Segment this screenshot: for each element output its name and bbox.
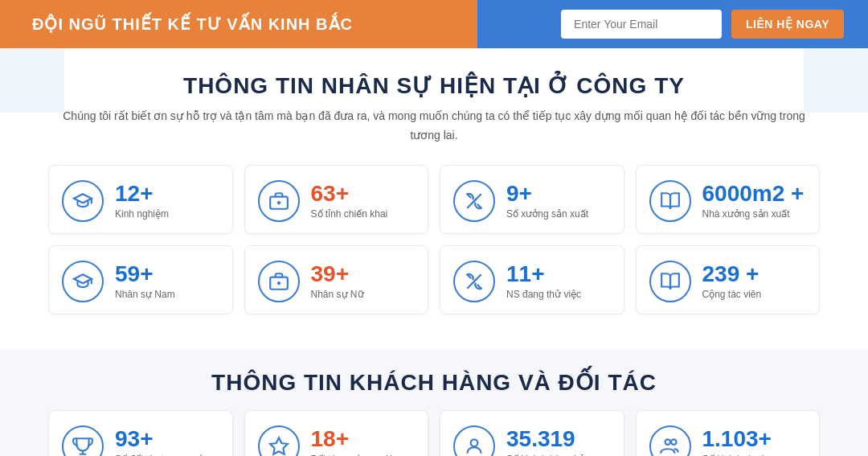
stat-number-nhan-su-nu: 39+ (311, 262, 364, 287)
stat-label-tinh: Số tỉnh chiến khai (311, 208, 388, 220)
trophy-icon (62, 425, 104, 456)
stat-card-nhan-su-nu: 39+ Nhân sự Nữ (244, 245, 429, 314)
stat-number-doi-tac-trong-nuoc: 93+ (115, 427, 208, 452)
tools-icon-2 (453, 261, 495, 302)
stat-card-nha-xuong: 6000m2 + Nhà xưởng sản xuất (636, 165, 821, 234)
stat-label-kinh-nghiem: Kinh nghiệm (115, 208, 169, 220)
stat-card-kinh-nghiem: 12+ Kinh nghiệm (48, 165, 233, 234)
briefcase-icon-2 (258, 261, 300, 302)
stat-number-cong-tac-vien: 239 + (702, 262, 762, 287)
svg-point-15 (671, 439, 677, 445)
stat-card-khach-du-an: 1.103+ Số khách dự án (636, 410, 821, 456)
book-icon (649, 180, 691, 222)
stat-card-thu-viec: 11+ NS đang thử việc (440, 245, 624, 314)
email-input[interactable] (561, 10, 722, 39)
section2-title: THÔNG TIN KHÁCH HÀNG VÀ ĐỐI TÁC (48, 369, 820, 396)
stat-card-tinh: 63+ Số tỉnh chiến khai (244, 165, 429, 234)
stat-card-nhan-su-nam: 59+ Nhân sự Nam (48, 245, 233, 314)
stat-card-cong-tac-vien: 239 + Cộng tác viên (636, 245, 821, 314)
graduation-icon-2 (62, 261, 104, 302)
stat-label-cong-tac-vien: Cộng tác viên (702, 289, 762, 300)
stat-label-nhan-su-nu: Nhân sự Nữ (311, 289, 364, 300)
svg-point-14 (665, 439, 670, 445)
stat-label-nhan-su-nam: Nhân sự Nam (115, 289, 175, 300)
stat-number-kinh-nghiem: 12+ (115, 182, 169, 207)
header-right: LIÊN HỆ NGAY (561, 10, 844, 39)
section-khach-hang: THÔNG TIN KHÁCH HÀNG VÀ ĐỐI TÁC 93+ Số đ… (0, 350, 868, 456)
stats-row2: 59+ Nhân sự Nam 39+ Nhân sự Nữ (48, 245, 820, 314)
section-nhan-su: THÔNG TIN NHÂN SỰ HIỆN TẠI Ở CÔNG TY Chú… (0, 48, 868, 350)
stat-card-khach-hang-le: 35.319 Số khách hàng Lẻ (440, 410, 624, 456)
stat-number-khach-du-an: 1.103+ (702, 427, 772, 452)
stat-number-tinh: 63+ (311, 182, 388, 207)
svg-point-13 (471, 439, 478, 446)
stat-number-khach-hang-le: 35.319 (506, 427, 584, 452)
header-title: ĐỘI NGŨ THIẾT KẾ TƯ VẤN KINH BẮC (32, 14, 353, 34)
tools-icon (453, 180, 495, 222)
person-icon (453, 425, 495, 456)
stat-number-thu-viec: 11+ (506, 262, 581, 287)
stat-label-nha-xuong: Nhà xưởng sản xuất (702, 208, 805, 220)
header: ĐỘI NGŨ THIẾT KẾ TƯ VẤN KINH BẮC LIÊN HỆ… (0, 0, 868, 48)
svg-marker-12 (270, 438, 288, 454)
contact-button[interactable]: LIÊN HỆ NGAY (731, 10, 844, 39)
stat-label-thu-viec: NS đang thử việc (506, 289, 581, 300)
section1-subtitle: Chúng tôi rất biết ơn sự hỗ trợ và tận t… (48, 107, 820, 146)
stat-card-doi-tac-trong-nuoc: 93+ Số đối tác trong nước (48, 410, 233, 456)
star-icon (258, 425, 300, 456)
stat-card-doi-tac-nuoc-ngoai: 18+ Đối tác nước ngoài (244, 410, 429, 456)
stat-number-nhan-su-nam: 59+ (115, 262, 175, 287)
briefcase-icon (258, 180, 300, 222)
stat-number-xuong: 9+ (506, 182, 588, 207)
stats-row1: 12+ Kinh nghiệm 63+ Số tỉnh chiến khai (48, 165, 820, 234)
stat-label-xuong: Số xưởng sản xuất (506, 208, 588, 220)
stat-card-xuong: 9+ Số xưởng sản xuất (440, 165, 624, 234)
book-icon-2 (649, 261, 691, 302)
stat-number-nha-xuong: 6000m2 + (702, 182, 805, 207)
stat-number-doi-tac-nuoc-ngoai: 18+ (311, 427, 392, 452)
section1-title: THÔNG TIN NHÂN SỰ HIỆN TẠI Ở CÔNG TY (48, 72, 820, 99)
graduation-icon (62, 180, 104, 222)
group-icon (649, 425, 691, 456)
stats-khach-hang: 93+ Số đối tác trong nước 18+ Đối tác nư… (48, 410, 820, 456)
